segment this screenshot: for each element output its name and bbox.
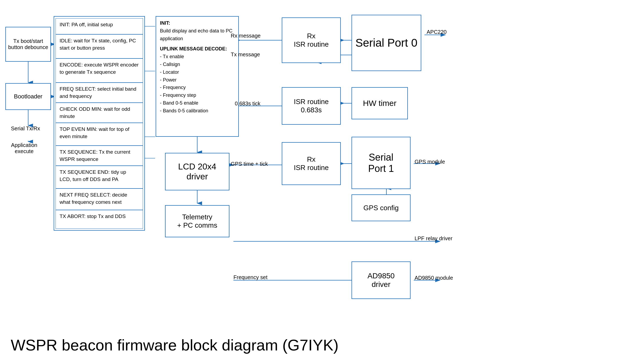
rx-isr-top-label: RxISR routine [294,32,329,49]
telemetry-box: Telemetry+ PC comms [165,205,229,237]
hw-timer-label: HW timer [363,99,397,108]
ad9850-label: AD9850driver [367,272,394,289]
next-freq-state-label: NEXT FREQ SELECT: decide what frequency … [60,191,139,206]
tx-abort-state-label: TX ABORT: stop Tx and DDS [60,213,126,220]
tx-seq-end-state-box: TX SEQUENCE END: tidy up LCD, turn off D… [56,166,143,189]
diagram-container: Tx boot/start button debounce Bootloader… [0,0,644,362]
freq-select-state-box: FREQ SELECT: select initial band and fre… [56,83,143,103]
rx-isr-bottom-box: RxISR routine [282,142,341,185]
next-freq-state-box: NEXT FREQ SELECT: decide what frequency … [56,189,143,210]
check-odd-state-label: CHECK ODD MIN: wait for odd minute [60,106,139,120]
apc220-label: APC220 [427,29,447,35]
serial-port-0-box: Serial Port 0 [352,15,421,71]
bootloader-label: Bootloader [14,93,42,100]
serial-tx-rx-label: Serial Tx/Rx [5,125,46,132]
ad9850-box: AD9850driver [352,261,411,299]
isr-timer-label: ISR routine0.683s [294,98,329,114]
isr-timer-box: ISR routine0.683s [282,87,341,125]
pc-app-content: INIT:Build display and echo data to PC a… [160,19,235,115]
encode-state-label: ENCODE: execute WSPR encoder to generate… [60,61,139,76]
app-execute-label: Application execute [3,142,46,154]
gps-config-box: GPS config [352,194,411,221]
lpf-relay-label: LPF relay driver [415,235,452,242]
check-odd-state-box: CHECK ODD MIN: wait for odd minute [56,103,143,123]
idle-state-box: IDLE: wait for Tx state, config, PC star… [56,34,143,58]
diagram-title: WSPR beacon firmware block diagram (G7IY… [11,336,339,354]
tx-sequence-state-label: TX SEQUENCE: Tx the current WSPR sequenc… [60,149,139,163]
pc-app-box: INIT:Build display and echo data to PC a… [156,16,239,137]
ad9850-module-label: AD9850 module [415,275,453,281]
tick-683-label: 0.683s tick [235,101,261,107]
gps-time-tick-label: GPS time + tick [231,161,268,167]
lcd-driver-box: LCD 20x4driver [165,153,229,190]
init-state-label: INIT: PA off, initial setup [60,21,113,28]
freq-select-state-label: FREQ SELECT: select initial band and fre… [60,86,139,100]
top-even-state-label: TOP EVEN MIN: wait for top of even minut… [60,126,139,140]
gps-config-label: GPS config [363,204,399,212]
bootloader-box: Bootloader [5,83,51,110]
serial-port-0-label: Serial Port 0 [355,36,417,49]
gps-module-label: GPS module [415,159,445,165]
tx-boot-box: Tx boot/start button debounce [5,27,51,62]
tx-message-label: Tx message [231,51,260,58]
init-state-box: INIT: PA off, initial setup [56,18,143,34]
serial-port-1-box: SerialPort 1 [352,137,411,189]
tx-abort-state-box: TX ABORT: stop Tx and DDS [56,210,143,229]
serial-port-1-label: SerialPort 1 [368,152,394,174]
rx-message-label: Rx message [231,33,261,39]
idle-state-label: IDLE: wait for Tx state, config, PC star… [60,37,139,51]
encode-state-box: ENCODE: execute WSPR encoder to generate… [56,58,143,83]
frequency-set-label: Frequency set [233,274,268,280]
top-even-state-box: TOP EVEN MIN: wait for top of even minut… [56,123,143,146]
rx-isr-bottom-label: RxISR routine [294,155,329,172]
lcd-driver-label: LCD 20x4driver [178,162,216,182]
hw-timer-box: HW timer [352,87,408,119]
telemetry-label: Telemetry+ PC comms [177,213,217,230]
rx-isr-top-box: RxISR routine [282,17,341,63]
tx-sequence-state-box: TX SEQUENCE: Tx the current WSPR sequenc… [56,146,143,166]
tx-boot-label: Tx boot/start button debounce [8,38,48,50]
tx-seq-end-state-label: TX SEQUENCE END: tidy up LCD, turn off D… [60,169,139,183]
